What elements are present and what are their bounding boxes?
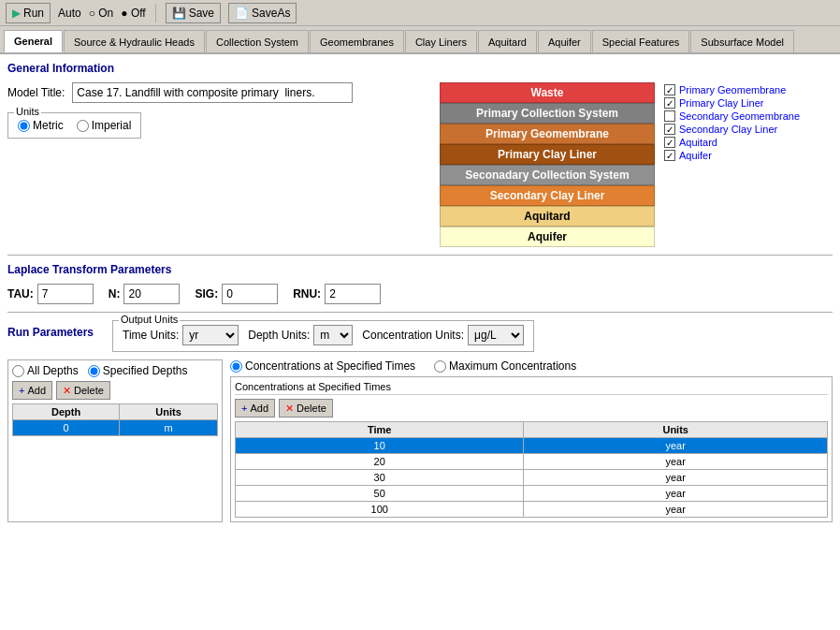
depths-add-label: Add	[27, 385, 46, 396]
depths-add-button[interactable]: + Add	[12, 381, 52, 400]
metric-radio[interactable]: Metric	[18, 119, 64, 132]
time-col-header: Time	[236, 422, 524, 438]
times-inner: Concentrations at Specified Times + Add …	[230, 376, 833, 522]
conc-specified-radio[interactable]: Concentrations at Specified Times	[230, 359, 415, 373]
tau-input[interactable]	[37, 284, 94, 304]
depths-delete-button[interactable]: ✕ Delete	[56, 381, 110, 400]
tab-subsurface-model[interactable]: Subsurface Model	[690, 30, 794, 52]
saveas-icon: 📄	[235, 7, 249, 20]
toolbar: ▶ Run Auto ○ On ● Off 💾 Save 📄 SaveAs	[0, 0, 840, 26]
saveas-button[interactable]: 📄 SaveAs	[228, 3, 297, 23]
times-add-button[interactable]: + Add	[235, 399, 275, 418]
conc-units-select[interactable]: μg/L mg/L ng/L	[468, 325, 524, 345]
on-radio[interactable]: ○ On	[89, 7, 114, 20]
legend-secondary-clay: Secondary Clay Liner	[664, 124, 833, 135]
plus-icon-times: +	[241, 403, 247, 414]
times-delete-button[interactable]: ✕ Delete	[279, 399, 333, 418]
metric-label: Metric	[33, 119, 64, 132]
layer-waste: Waste	[440, 82, 655, 103]
laplace-header: Laplace Transform Parameters	[7, 263, 833, 278]
all-depths-radio[interactable]: All Depths	[12, 364, 79, 377]
model-title-input[interactable]	[72, 82, 353, 103]
table-row[interactable]: 100 year	[236, 502, 828, 518]
run-button[interactable]: ▶ Run	[6, 3, 51, 23]
model-title-label: Model Title:	[7, 86, 65, 99]
legend-aquitard: Aquitard	[664, 137, 833, 148]
time-units-item: Time Units: yr day month	[123, 325, 239, 345]
saveas-label: SaveAs	[252, 7, 290, 20]
time-cell: 20	[236, 454, 524, 470]
time-cell: 50	[236, 486, 524, 502]
laplace-section: Laplace Transform Parameters TAU: N: SIG…	[7, 263, 833, 304]
legend-label-aquifer: Aquifer	[679, 150, 712, 161]
rnu-param: RNU:	[293, 284, 381, 304]
run-params-section: Run Parameters Output Units Time Units: …	[7, 320, 833, 352]
table-row[interactable]: 0 m	[13, 420, 218, 436]
tab-general[interactable]: General	[4, 30, 63, 52]
units-cell: m	[120, 420, 218, 436]
tab-source-hydraulic[interactable]: Source & Hydraulic Heads	[64, 30, 205, 52]
units-group: Units Metric Imperial	[7, 112, 141, 139]
main-content: General Information Model Title: Units M…	[0, 54, 840, 630]
legend-label-aquitard: Aquitard	[679, 137, 717, 148]
layer-secondary-collection: Seconadary Collection System	[440, 165, 655, 185]
legend-check-secondary-geomembrane[interactable]	[664, 110, 675, 122]
n-label: N:	[109, 287, 121, 300]
n-input[interactable]	[123, 284, 180, 304]
sig-input[interactable]	[222, 284, 278, 304]
diagram-layers: Waste Primary Collection System Primary …	[440, 82, 655, 247]
legend-secondary-geomembrane: Secondary Geomembrane	[664, 110, 833, 122]
time-units-select[interactable]: yr day month	[182, 325, 239, 345]
table-row[interactable]: 20 year	[236, 454, 828, 470]
times-panel: Concentrations at Specified Times Maximu…	[230, 359, 833, 522]
tab-geomembranes[interactable]: Geomembranes	[310, 30, 404, 52]
save-button[interactable]: 💾 Save	[166, 3, 221, 23]
times-panel-header: Concentrations at Specified Times Maximu…	[230, 359, 833, 373]
rnu-input[interactable]	[325, 284, 381, 304]
off-radio[interactable]: ● Off	[121, 7, 145, 20]
sig-label: SIG:	[195, 287, 218, 300]
times-table: Time Units 10 year 20 year	[235, 421, 828, 518]
times-inner-title: Concentrations at Specified Times	[235, 381, 828, 395]
table-row[interactable]: 10 year	[236, 438, 828, 454]
units-cell: year	[524, 486, 828, 502]
x-icon-times: ✕	[285, 403, 294, 415]
bottom-panels: All Depths Specified Depths + Add ✕ Dele…	[7, 359, 833, 522]
all-depths-label: All Depths	[27, 364, 79, 377]
depth-units-select[interactable]: m ft cm	[313, 325, 353, 345]
legend-check-primary-clay[interactable]	[664, 97, 675, 109]
tab-aquifer[interactable]: Aquifer	[538, 30, 591, 52]
legend-check-aquitard[interactable]	[664, 137, 675, 148]
time-cell: 10	[236, 438, 524, 454]
tab-special-features[interactable]: Special Features	[592, 30, 690, 52]
legend-check-primary-geomembrane[interactable]	[664, 84, 675, 95]
layer-secondary-clay: Secondary Clay Liner	[440, 185, 655, 206]
imperial-label: Imperial	[92, 119, 132, 132]
imperial-radio[interactable]: Imperial	[77, 119, 132, 132]
tau-label: TAU:	[7, 287, 34, 300]
legend-check-aquifer[interactable]	[664, 150, 675, 161]
divider-2	[7, 312, 833, 313]
laplace-params-row: TAU: N: SIG: RNU:	[7, 284, 833, 304]
legend-label-primary-clay: Primary Clay Liner	[679, 97, 763, 109]
tab-collection-system[interactable]: Collection System	[206, 30, 309, 52]
legend-primary-clay: Primary Clay Liner	[664, 97, 833, 109]
layer-primary-geomembrane: Primary Geomembrane	[440, 124, 655, 144]
save-label: Save	[189, 7, 214, 20]
times-add-del: + Add ✕ Delete	[235, 399, 828, 418]
specified-depths-radio[interactable]: Specified Depths	[88, 364, 188, 377]
units-cell: year	[524, 470, 828, 486]
tab-clay-liners[interactable]: Clay Liners	[405, 30, 477, 52]
units-radio-row: Metric Imperial	[18, 119, 131, 132]
max-conc-radio[interactable]: Maximum Concentrations	[434, 359, 576, 373]
depths-table: Depth Units 0 m	[12, 403, 218, 436]
legend-check-secondary-clay[interactable]	[664, 124, 675, 135]
table-row[interactable]: 50 year	[236, 486, 828, 502]
table-row[interactable]: 30 year	[236, 470, 828, 486]
depth-units-item: Depth Units: m ft cm	[248, 325, 353, 345]
units-col-header-times: Units	[524, 422, 828, 438]
depth-cell: 0	[13, 420, 120, 436]
save-icon: 💾	[172, 7, 186, 20]
tab-aquitard[interactable]: Aquitard	[478, 30, 537, 52]
depth-units-label: Depth Units:	[248, 329, 310, 342]
